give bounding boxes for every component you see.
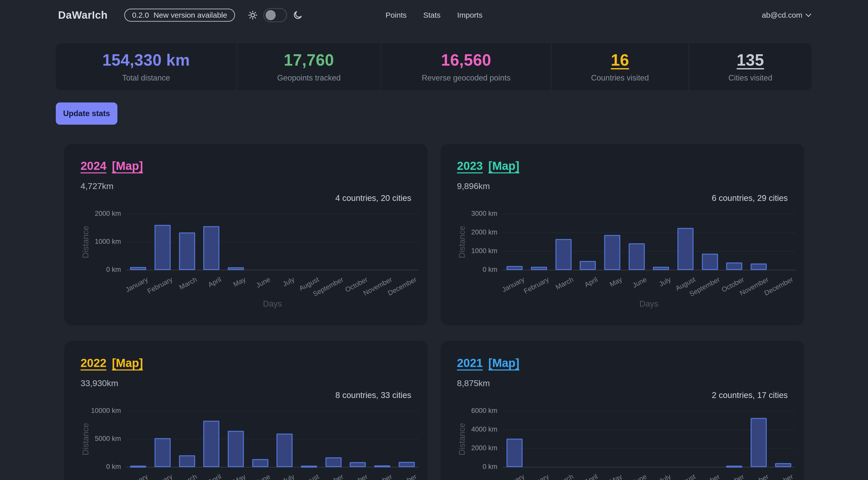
y-tick-label: 2000 km xyxy=(440,444,497,452)
gridline xyxy=(502,232,795,233)
stats-summary-strip: 154,330 km Total distance 17,760 Geopoin… xyxy=(56,43,812,90)
chart-bar xyxy=(155,438,171,467)
x-tick-label: January xyxy=(92,473,149,480)
x-tick-label: January xyxy=(469,473,526,480)
stat-countries-visited: 16 Countries visited xyxy=(551,43,688,90)
app-logo[interactable]: DaWarIch xyxy=(58,9,107,21)
nav-imports[interactable]: Imports xyxy=(457,11,483,20)
chart-bar xyxy=(179,455,195,467)
y-tick-label: 0 km xyxy=(64,266,121,274)
stat-label: Geopoints tracked xyxy=(277,73,341,83)
stat-geopoints: 17,760 Geopoints tracked xyxy=(237,43,381,90)
theme-toggle-knob xyxy=(266,10,276,20)
y-tick-label: 1000 km xyxy=(64,238,121,246)
y-tick-label: 10000 km xyxy=(64,407,121,415)
chart-bar xyxy=(203,421,219,467)
chart-bar xyxy=(653,267,669,270)
monthly-distance-chart: 0 km2000 km4000 km6000 kmJanuaryFebruary… xyxy=(440,341,804,480)
gridline xyxy=(502,411,795,411)
chart-bar xyxy=(702,254,718,270)
main-nav: Points Stats Imports xyxy=(385,11,483,20)
stat-cities-visited: 135 Cities visited xyxy=(688,43,812,90)
cities-visited-link[interactable]: 135 xyxy=(737,51,764,69)
stat-value: 16,560 xyxy=(441,51,491,69)
gridline xyxy=(126,411,419,411)
sun-icon xyxy=(248,10,258,20)
monthly-distance-chart: 0 km5000 km10000 kmJanuaryFebruaryMarchA… xyxy=(64,341,428,480)
monthly-distance-chart: 0 km1000 km2000 km3000 kmJanuaryFebruary… xyxy=(440,144,804,325)
stat-reverse-geocoded: 16,560 Reverse geocoded points xyxy=(381,43,551,90)
chevron-down-icon xyxy=(806,11,811,17)
year-card-2022: 2022 [Map] 33,930km 8 countries, 33 citi… xyxy=(64,341,428,480)
chart-bar xyxy=(726,466,742,468)
gridline xyxy=(502,214,795,214)
chart-bar xyxy=(252,459,268,467)
y-tick-label: 5000 km xyxy=(64,435,121,443)
chart-bar xyxy=(130,466,146,468)
y-axis-title: Distance xyxy=(457,226,467,258)
theme-toggle[interactable] xyxy=(263,8,287,22)
chart-bar xyxy=(604,235,620,270)
chart-bar xyxy=(326,457,342,467)
chart-bar xyxy=(531,267,547,270)
stat-label: Countries visited xyxy=(591,73,649,83)
y-tick-label: 2000 km xyxy=(440,228,497,236)
update-stats-button[interactable]: Update stats xyxy=(56,102,117,125)
y-tick-label: 1000 km xyxy=(440,247,497,255)
user-email: ab@cd.com xyxy=(762,11,802,20)
x-axis-title: Days xyxy=(263,299,282,309)
gridline xyxy=(126,214,419,214)
chart-bar xyxy=(179,232,195,270)
y-axis-title: Distance xyxy=(457,423,467,455)
stat-value: 17,760 xyxy=(284,51,334,69)
y-tick-label: 0 km xyxy=(440,463,497,471)
moon-icon xyxy=(292,10,303,20)
y-tick-label: 3000 km xyxy=(440,210,497,218)
y-tick-label: 2000 km xyxy=(64,210,121,218)
version-number: 0.2.0 xyxy=(132,11,149,20)
theme-switcher xyxy=(248,8,303,22)
countries-visited-link[interactable]: 16 xyxy=(611,51,629,69)
gridline xyxy=(502,251,795,252)
chart-bar xyxy=(301,466,317,468)
yearly-cards-grid: 2024 [Map] 4,727km 4 countries, 20 citie… xyxy=(64,144,804,480)
chart-bar xyxy=(276,434,292,467)
chart-bar xyxy=(751,263,767,270)
chart-bar xyxy=(506,439,523,467)
nav-points[interactable]: Points xyxy=(385,11,406,20)
chart-bar xyxy=(629,243,645,270)
year-card-2024: 2024 [Map] 4,727km 4 countries, 20 citie… xyxy=(64,144,428,325)
top-navbar: DaWarIch 0.2.0 New version available Poi… xyxy=(0,0,868,30)
chart-bar xyxy=(374,466,390,468)
chart-bar xyxy=(506,266,523,270)
y-tick-label: 0 km xyxy=(64,463,121,471)
chart-bar xyxy=(580,261,596,270)
chart-bar xyxy=(399,462,415,467)
monthly-distance-chart: 0 km1000 km2000 kmJanuaryFebruaryMarchAp… xyxy=(64,144,428,325)
y-axis-title: Distance xyxy=(81,226,90,258)
chart-bar xyxy=(726,262,742,270)
chart-bar xyxy=(155,225,171,270)
stat-value: 154,330 km xyxy=(102,51,190,69)
y-axis-title: Distance xyxy=(81,423,90,455)
chart-bar xyxy=(228,267,244,270)
chart-bar xyxy=(555,239,571,270)
chart-bar xyxy=(775,463,791,467)
year-card-2023: 2023 [Map] 9,896km 6 countries, 29 citie… xyxy=(440,144,804,325)
nav-stats[interactable]: Stats xyxy=(423,11,440,20)
version-badge-text: New version available xyxy=(154,11,227,20)
y-tick-label: 6000 km xyxy=(440,407,497,415)
version-badge[interactable]: 0.2.0 New version available xyxy=(124,8,235,22)
y-tick-label: 0 km xyxy=(440,266,497,274)
user-menu[interactable]: ab@cd.com xyxy=(762,11,810,20)
chart-bar xyxy=(751,418,767,467)
y-tick-label: 4000 km xyxy=(440,425,497,433)
stat-label: Cities visited xyxy=(728,73,772,83)
chart-bar xyxy=(203,226,219,270)
chart-bar xyxy=(350,462,366,467)
stat-label: Reverse geocoded points xyxy=(422,73,510,83)
x-axis-title: Days xyxy=(639,299,658,309)
chart-bar xyxy=(228,431,244,467)
chart-bar xyxy=(130,267,146,270)
year-card-2021: 2021 [Map] 8,875km 2 countries, 17 citie… xyxy=(440,341,804,480)
